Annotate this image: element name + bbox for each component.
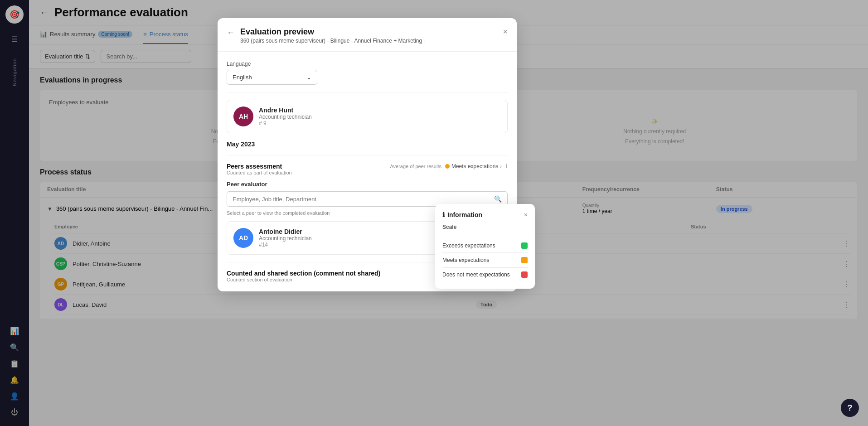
scale-item-exceeds: Exceeds expectations [442,239,528,253]
divider2 [227,155,508,155]
info-circle-icon: ℹ [442,211,445,218]
peer-evaluator-label: Peer evaluator [227,181,508,188]
modal-title: Evaluation preview [240,27,497,37]
scale-item-does-not-meet: Does not meet expectations [442,268,528,281]
peer-job-title: Accounting technician [259,235,436,242]
employee-avatar: AH [233,106,253,126]
evaluation-date: May 2023 [227,140,508,148]
scale-title: Scale [442,224,528,230]
peer-search-input[interactable] [233,196,490,203]
modal-title-block: Evaluation preview 360 (pairs sous meme … [240,27,497,44]
meets-expectations-label: Meets expectations [451,163,498,169]
language-value: English [233,74,252,81]
information-popup: ℹ Information × Scale Exceeds expectatio… [435,204,535,289]
counted-title-block: Counted and shared section (comment not … [227,270,380,282]
help-button[interactable]: ? [841,399,859,417]
employee-card: AH Andre Hunt Accounting technician # 9 [227,100,508,133]
peer-info: Antoine Didier Accounting technician #14 [259,228,436,248]
employee-title: Accounting technician [259,114,312,120]
info-popup-header: ℹ Information × [442,211,528,218]
exceeds-expectations-label: Exceeds expectations [442,242,495,249]
green-square-icon [521,242,528,249]
employee-info: Andre Hunt Accounting technician # 9 [259,106,312,126]
language-select[interactable]: English ⌄ [227,70,317,85]
red-square-icon [521,271,528,278]
modal-header: ← Evaluation preview 360 (pairs sous mem… [218,18,517,52]
assessment-subtitle: Counted as part of evaluation [227,170,292,175]
yellow-dot [445,164,450,169]
info-popup-title: ℹ Information [442,211,482,218]
assessment-title: Peers assessment [227,163,292,170]
employee-id: # 9 [259,120,312,126]
meets-expectations-badge: Meets expectations › [445,163,502,169]
scale-item-meets: Meets expectations [442,253,528,267]
peer-id: #14 [259,242,436,248]
counted-subtitle: Counted section of evaluation [227,277,380,282]
chevron-down-icon: ⌄ [306,74,311,81]
info-popup-close-button[interactable]: × [524,211,528,218]
assessment-title-block: Peers assessment Counted as part of eval… [227,163,292,175]
yellow-square-icon [521,257,528,263]
avg-label: Average of peer results [390,164,441,169]
peer-name: Antoine Didier [259,228,436,235]
meets-expectations-label2: Meets expectations [442,257,489,263]
modal-close-button[interactable]: × [503,27,508,37]
assessment-header: Peers assessment Counted as part of eval… [227,163,508,175]
modal-back-button[interactable]: ← [227,28,235,38]
employee-name: Andre Hunt [259,106,312,114]
peer-avatar: AD [233,228,253,248]
info-icon-peers[interactable]: ℹ [505,163,508,169]
scale-divider [442,235,528,235]
info-popup-title-text: Information [447,211,482,218]
does-not-meet-label: Does not meet expectations [442,271,510,278]
modal-subtitle: 360 (pairs sous meme superviseur) - Bili… [240,38,497,44]
chevron-right-icon: › [500,164,502,169]
counted-title: Counted and shared section (comment not … [227,270,380,277]
search-icon: 🔍 [494,195,502,203]
assessment-right: Average of peer results Meets expectatio… [390,163,508,169]
divider1 [227,92,508,92]
language-label: Language [227,61,508,67]
